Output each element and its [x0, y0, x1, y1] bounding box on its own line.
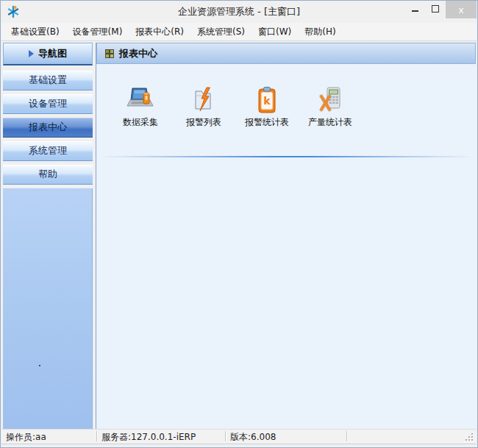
- sidebar-item-device-management[interactable]: 设备管理: [3, 94, 93, 114]
- shortcut-label: 报警统计表: [245, 116, 289, 129]
- shortcut-label: 产量统计表: [308, 116, 352, 129]
- shortcut-alarm-stats[interactable]: k 报警统计表: [235, 86, 299, 129]
- content-divider: [99, 156, 473, 157]
- alarm-stats-icon: k: [252, 86, 282, 114]
- maximize-button[interactable]: [425, 1, 446, 17]
- sidebar-item-system-management[interactable]: 系统管理: [3, 141, 93, 161]
- status-separator: [225, 431, 226, 441]
- production-stats-icon: [315, 86, 346, 114]
- sidebar-spacer: [3, 65, 93, 71]
- status-bar: 操作员:aa 服务器:127.0.0.1-iERP 版本:6.008: [1, 429, 477, 444]
- alarm-list-icon: [188, 86, 219, 114]
- sidebar-item-help[interactable]: 帮助: [3, 165, 93, 185]
- navigation-sidebar: 导航图 基础设置 设备管理 报表中心 系统管理 帮助: [3, 43, 93, 430]
- title-bar: 企业资源管理系统 - [主窗口] x: [1, 1, 477, 23]
- shortcut-label: 数据采集: [123, 116, 158, 129]
- status-operator: 操作员:aa: [6, 431, 46, 444]
- status-version: 版本:6.008: [230, 431, 276, 444]
- grid-icon: [105, 49, 114, 58]
- shortcut-icons-row: 数据采集 报警列表: [109, 86, 362, 129]
- app-window: 企业资源管理系统 - [主窗口] x 基础设置(B) 设备管理(M) 报表中心(…: [0, 0, 478, 448]
- play-triangle-icon: [29, 50, 34, 57]
- menu-item-system-management[interactable]: 系统管理(S): [190, 24, 252, 40]
- shortcut-label: 报警列表: [186, 116, 221, 129]
- minimize-icon: [412, 10, 418, 12]
- main-content: 数据采集 报警列表: [96, 65, 476, 430]
- menu-item-help[interactable]: 帮助(H): [298, 24, 342, 40]
- nav-header-label: 导航图: [38, 47, 67, 60]
- window-controls: x: [404, 1, 477, 17]
- menu-item-report-center[interactable]: 报表中心(R): [129, 24, 190, 40]
- minimize-button[interactable]: [404, 1, 425, 17]
- sidebar-panel: [3, 188, 93, 430]
- shortcut-data-collection[interactable]: 数据采集: [109, 86, 172, 129]
- close-button[interactable]: x: [446, 1, 477, 18]
- sidebar-item-basic-settings[interactable]: 基础设置: [3, 71, 93, 90]
- menu-item-basic-settings[interactable]: 基础设置(B): [4, 24, 66, 40]
- laptop-data-icon: [125, 86, 156, 114]
- menu-bar: 基础设置(B) 设备管理(M) 报表中心(R) 系统管理(S) 窗口(W) 帮助…: [1, 23, 477, 41]
- nav-header[interactable]: 导航图: [3, 43, 93, 65]
- svg-text:k: k: [263, 95, 271, 107]
- menu-item-window[interactable]: 窗口(W): [252, 24, 298, 40]
- sidebar-item-report-center[interactable]: 报表中心: [3, 118, 93, 138]
- main-header-title: 报表中心: [119, 47, 157, 60]
- status-separator: [346, 431, 348, 441]
- resize-grip[interactable]: [464, 432, 473, 441]
- status-server: 服务器:127.0.0.1-iERP: [101, 431, 196, 444]
- status-separator: [96, 431, 98, 441]
- maximize-icon: [432, 5, 439, 13]
- main-panel: 报表中心 数据: [96, 43, 476, 430]
- sidebar-dot-marker: [39, 365, 40, 366]
- shortcut-alarm-list[interactable]: 报警列表: [172, 86, 235, 129]
- menu-item-device-management[interactable]: 设备管理(M): [66, 24, 129, 40]
- workspace: 导航图 基础设置 设备管理 报表中心 系统管理 帮助 报表中心: [1, 41, 477, 430]
- shortcut-production-stats[interactable]: 产量统计表: [299, 86, 362, 129]
- main-header: 报表中心: [96, 43, 476, 64]
